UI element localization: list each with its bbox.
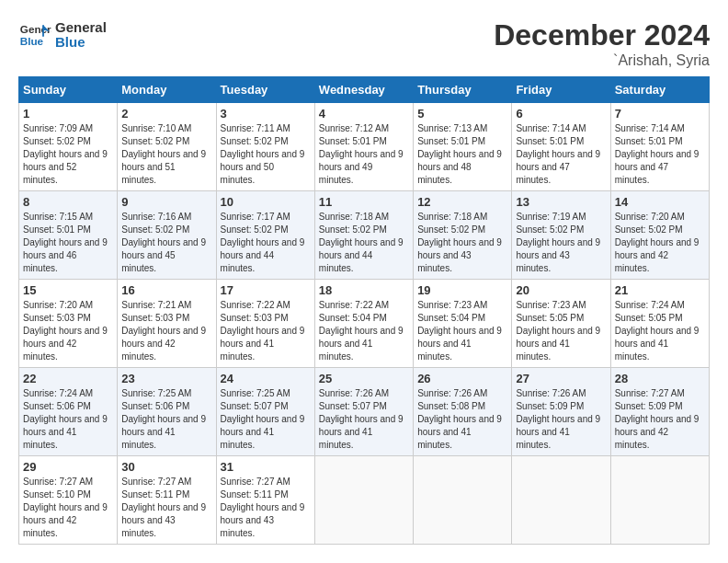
day-info: Sunrise: 7:27 AM Sunset: 5:09 PM Dayligh… bbox=[615, 387, 705, 452]
day-info: Sunrise: 7:20 AM Sunset: 5:03 PM Dayligh… bbox=[23, 299, 113, 363]
day-number: 20 bbox=[516, 283, 606, 297]
calendar-week-row: 1 Sunrise: 7:09 AM Sunset: 5:02 PM Dayli… bbox=[19, 103, 710, 191]
table-row: 9 Sunrise: 7:16 AM Sunset: 5:02 PM Dayli… bbox=[118, 191, 216, 280]
table-row: 11 Sunrise: 7:18 AM Sunset: 5:02 PM Dayl… bbox=[314, 191, 413, 280]
day-number: 7 bbox=[615, 107, 705, 121]
table-row: 27 Sunrise: 7:26 AM Sunset: 5:09 PM Dayl… bbox=[512, 368, 610, 456]
table-row: 17 Sunrise: 7:22 AM Sunset: 5:03 PM Dayl… bbox=[216, 280, 314, 368]
day-number: 14 bbox=[615, 195, 705, 209]
table-row: 22 Sunrise: 7:24 AM Sunset: 5:06 PM Dayl… bbox=[19, 368, 118, 456]
table-row: 7 Sunrise: 7:14 AM Sunset: 5:01 PM Dayli… bbox=[610, 103, 709, 191]
day-number: 5 bbox=[417, 107, 507, 121]
day-number: 12 bbox=[417, 195, 507, 209]
table-row: 19 Sunrise: 7:23 AM Sunset: 5:04 PM Dayl… bbox=[414, 280, 512, 368]
day-number: 26 bbox=[417, 372, 507, 385]
col-friday: Friday bbox=[512, 77, 610, 103]
table-row: 23 Sunrise: 7:25 AM Sunset: 5:06 PM Dayl… bbox=[118, 368, 216, 456]
day-number: 1 bbox=[23, 107, 113, 121]
logo-icon: General Blue bbox=[18, 18, 51, 52]
table-row: 10 Sunrise: 7:17 AM Sunset: 5:02 PM Dayl… bbox=[216, 191, 314, 280]
day-info: Sunrise: 7:21 AM Sunset: 5:03 PM Dayligh… bbox=[121, 299, 211, 363]
day-number: 11 bbox=[319, 195, 409, 209]
table-row bbox=[610, 456, 709, 545]
title-area: December 2024 `Arishah, Syria bbox=[494, 18, 710, 69]
day-number: 2 bbox=[121, 107, 211, 121]
table-row: 25 Sunrise: 7:26 AM Sunset: 5:07 PM Dayl… bbox=[314, 368, 413, 456]
day-info: Sunrise: 7:23 AM Sunset: 5:04 PM Dayligh… bbox=[417, 299, 507, 363]
logo: General Blue General Blue bbox=[18, 18, 107, 52]
table-row: 15 Sunrise: 7:20 AM Sunset: 5:03 PM Dayl… bbox=[19, 280, 118, 368]
day-info: Sunrise: 7:23 AM Sunset: 5:05 PM Dayligh… bbox=[516, 299, 606, 363]
day-info: Sunrise: 7:27 AM Sunset: 5:11 PM Dayligh… bbox=[121, 476, 211, 540]
col-sunday: Sunday bbox=[19, 77, 118, 103]
table-row: 21 Sunrise: 7:24 AM Sunset: 5:05 PM Dayl… bbox=[610, 280, 709, 368]
table-row: 28 Sunrise: 7:27 AM Sunset: 5:09 PM Dayl… bbox=[610, 368, 709, 456]
day-number: 17 bbox=[221, 283, 311, 297]
day-number: 15 bbox=[23, 283, 113, 297]
day-info: Sunrise: 7:18 AM Sunset: 5:02 PM Dayligh… bbox=[319, 211, 409, 275]
day-info: Sunrise: 7:09 AM Sunset: 5:02 PM Dayligh… bbox=[23, 122, 113, 187]
day-info: Sunrise: 7:17 AM Sunset: 5:02 PM Dayligh… bbox=[221, 211, 311, 275]
day-info: Sunrise: 7:15 AM Sunset: 5:01 PM Dayligh… bbox=[23, 211, 113, 275]
day-number: 13 bbox=[516, 195, 606, 209]
table-row: 1 Sunrise: 7:09 AM Sunset: 5:02 PM Dayli… bbox=[19, 103, 118, 191]
day-info: Sunrise: 7:25 AM Sunset: 5:07 PM Dayligh… bbox=[221, 387, 311, 452]
day-number: 3 bbox=[221, 107, 311, 121]
table-row bbox=[414, 456, 512, 545]
day-number: 10 bbox=[221, 195, 311, 209]
logo-text-line2: Blue bbox=[55, 35, 107, 51]
day-info: Sunrise: 7:26 AM Sunset: 5:07 PM Dayligh… bbox=[319, 387, 409, 452]
day-number: 28 bbox=[615, 372, 705, 385]
day-info: Sunrise: 7:16 AM Sunset: 5:02 PM Dayligh… bbox=[121, 211, 211, 275]
page-header: General Blue General Blue December 2024 … bbox=[18, 18, 710, 69]
day-info: Sunrise: 7:24 AM Sunset: 5:05 PM Dayligh… bbox=[615, 299, 705, 363]
table-row: 2 Sunrise: 7:10 AM Sunset: 5:02 PM Dayli… bbox=[118, 103, 216, 191]
day-info: Sunrise: 7:27 AM Sunset: 5:11 PM Dayligh… bbox=[221, 476, 311, 540]
table-row: 14 Sunrise: 7:20 AM Sunset: 5:02 PM Dayl… bbox=[610, 191, 709, 280]
table-row: 20 Sunrise: 7:23 AM Sunset: 5:05 PM Dayl… bbox=[512, 280, 610, 368]
table-row: 16 Sunrise: 7:21 AM Sunset: 5:03 PM Dayl… bbox=[118, 280, 216, 368]
day-info: Sunrise: 7:12 AM Sunset: 5:01 PM Dayligh… bbox=[319, 122, 409, 187]
col-tuesday: Tuesday bbox=[216, 77, 314, 103]
table-row: 18 Sunrise: 7:22 AM Sunset: 5:04 PM Dayl… bbox=[314, 280, 413, 368]
day-number: 9 bbox=[121, 195, 211, 209]
day-number: 23 bbox=[121, 372, 211, 385]
calendar-week-row: 29 Sunrise: 7:27 AM Sunset: 5:10 PM Dayl… bbox=[19, 456, 710, 545]
day-info: Sunrise: 7:11 AM Sunset: 5:02 PM Dayligh… bbox=[221, 122, 311, 187]
day-number: 19 bbox=[417, 283, 507, 297]
col-wednesday: Wednesday bbox=[314, 77, 413, 103]
day-info: Sunrise: 7:26 AM Sunset: 5:09 PM Dayligh… bbox=[516, 387, 606, 452]
table-row: 13 Sunrise: 7:19 AM Sunset: 5:02 PM Dayl… bbox=[512, 191, 610, 280]
day-number: 27 bbox=[516, 372, 606, 385]
col-saturday: Saturday bbox=[610, 77, 709, 103]
day-number: 4 bbox=[319, 107, 409, 121]
table-row: 29 Sunrise: 7:27 AM Sunset: 5:10 PM Dayl… bbox=[19, 456, 118, 545]
table-row bbox=[314, 456, 413, 545]
day-number: 21 bbox=[615, 283, 705, 297]
col-thursday: Thursday bbox=[414, 77, 512, 103]
table-row: 26 Sunrise: 7:26 AM Sunset: 5:08 PM Dayl… bbox=[414, 368, 512, 456]
day-info: Sunrise: 7:20 AM Sunset: 5:02 PM Dayligh… bbox=[615, 211, 705, 275]
day-info: Sunrise: 7:18 AM Sunset: 5:02 PM Dayligh… bbox=[417, 211, 507, 275]
table-row: 30 Sunrise: 7:27 AM Sunset: 5:11 PM Dayl… bbox=[118, 456, 216, 545]
day-number: 29 bbox=[23, 460, 113, 474]
day-number: 18 bbox=[319, 283, 409, 297]
table-row: 4 Sunrise: 7:12 AM Sunset: 5:01 PM Dayli… bbox=[314, 103, 413, 191]
calendar-week-row: 15 Sunrise: 7:20 AM Sunset: 5:03 PM Dayl… bbox=[19, 280, 710, 368]
day-info: Sunrise: 7:14 AM Sunset: 5:01 PM Dayligh… bbox=[615, 122, 705, 187]
svg-text:Blue: Blue bbox=[20, 35, 44, 47]
calendar-week-row: 8 Sunrise: 7:15 AM Sunset: 5:01 PM Dayli… bbox=[19, 191, 710, 280]
table-row: 24 Sunrise: 7:25 AM Sunset: 5:07 PM Dayl… bbox=[216, 368, 314, 456]
day-info: Sunrise: 7:22 AM Sunset: 5:04 PM Dayligh… bbox=[319, 299, 409, 363]
day-info: Sunrise: 7:27 AM Sunset: 5:10 PM Dayligh… bbox=[23, 476, 113, 540]
table-row: 8 Sunrise: 7:15 AM Sunset: 5:01 PM Dayli… bbox=[19, 191, 118, 280]
day-number: 31 bbox=[221, 460, 311, 474]
location-title: `Arishah, Syria bbox=[494, 52, 710, 69]
day-number: 30 bbox=[121, 460, 211, 474]
day-info: Sunrise: 7:22 AM Sunset: 5:03 PM Dayligh… bbox=[221, 299, 311, 363]
day-info: Sunrise: 7:10 AM Sunset: 5:02 PM Dayligh… bbox=[121, 122, 211, 187]
day-info: Sunrise: 7:19 AM Sunset: 5:02 PM Dayligh… bbox=[516, 211, 606, 275]
day-info: Sunrise: 7:25 AM Sunset: 5:06 PM Dayligh… bbox=[121, 387, 211, 452]
calendar-table: Sunday Monday Tuesday Wednesday Thursday… bbox=[18, 76, 710, 545]
table-row bbox=[512, 456, 610, 545]
